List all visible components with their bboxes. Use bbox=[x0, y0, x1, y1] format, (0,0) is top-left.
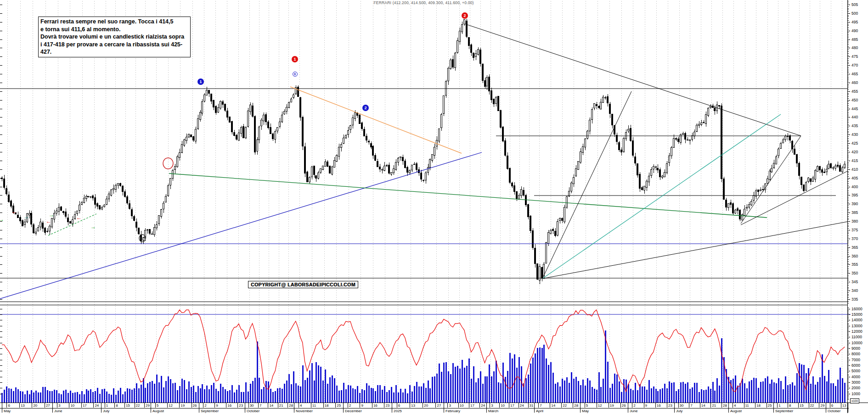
svg-text:25: 25 bbox=[768, 403, 772, 408]
svg-text:6: 6 bbox=[398, 403, 400, 408]
svg-text:12: 12 bbox=[169, 403, 173, 408]
svg-text:11000: 11000 bbox=[851, 335, 862, 339]
svg-text:24: 24 bbox=[481, 403, 485, 408]
svg-text:February: February bbox=[445, 409, 460, 413]
svg-text:December: December bbox=[345, 409, 362, 413]
svg-text:1: 1 bbox=[106, 403, 108, 408]
circled-number-marker: 1 bbox=[292, 56, 298, 62]
svg-text:2: 2 bbox=[633, 403, 636, 408]
svg-text:21: 21 bbox=[712, 403, 716, 408]
svg-text:17: 17 bbox=[510, 403, 514, 408]
svg-text:28: 28 bbox=[723, 403, 727, 408]
svg-text:20: 20 bbox=[33, 403, 37, 408]
svg-text:390: 390 bbox=[851, 201, 858, 206]
svg-text:13: 13 bbox=[411, 403, 415, 408]
svg-text:4: 4 bbox=[734, 403, 736, 408]
svg-text:490: 490 bbox=[851, 28, 858, 33]
svg-text:395: 395 bbox=[851, 193, 858, 197]
svg-text:→: → bbox=[90, 224, 96, 230]
svg-text:15: 15 bbox=[800, 403, 804, 408]
svg-text:September: September bbox=[201, 409, 219, 413]
svg-text:10: 10 bbox=[501, 403, 505, 408]
analysis-note: Ferrari resta sempre nel suo range. Tocc… bbox=[38, 17, 191, 57]
svg-text:420: 420 bbox=[851, 150, 858, 154]
svg-text:3: 3 bbox=[449, 403, 451, 408]
analysis-note-line: i 417-418 per provare a cercare la ribas… bbox=[40, 41, 188, 56]
svg-text:340: 340 bbox=[851, 288, 858, 293]
svg-text:16: 16 bbox=[227, 403, 231, 408]
svg-text:4000: 4000 bbox=[851, 375, 860, 379]
svg-text:12: 12 bbox=[598, 403, 602, 408]
svg-text:8: 8 bbox=[116, 403, 118, 408]
svg-text:9: 9 bbox=[361, 403, 363, 408]
svg-text:22: 22 bbox=[563, 403, 567, 408]
svg-text:25: 25 bbox=[337, 403, 341, 408]
svg-text:March: March bbox=[488, 409, 498, 413]
svg-text:405: 405 bbox=[851, 176, 858, 180]
copyright-label: COPYRIGHT@ LABORSADEIPICCOLI.COM bbox=[248, 281, 358, 288]
volume-unit-label: x100 bbox=[850, 398, 859, 403]
svg-text:27: 27 bbox=[46, 403, 50, 408]
svg-text:31: 31 bbox=[530, 403, 534, 408]
svg-text:September: September bbox=[775, 409, 793, 413]
analysis-note-line: Dovrà trovare volumi e un candlestick ri… bbox=[40, 33, 188, 41]
svg-text:14: 14 bbox=[701, 403, 705, 408]
svg-text:15: 15 bbox=[126, 403, 130, 408]
svg-text:August: August bbox=[730, 409, 742, 413]
svg-text:430: 430 bbox=[851, 132, 858, 137]
svg-text:8: 8 bbox=[789, 403, 791, 408]
svg-text:→: → bbox=[23, 213, 29, 220]
svg-text:16: 16 bbox=[373, 403, 378, 408]
svg-text:360: 360 bbox=[851, 254, 858, 258]
svg-text:6: 6 bbox=[831, 403, 834, 408]
svg-text:7000: 7000 bbox=[851, 358, 860, 362]
svg-text:June: June bbox=[54, 409, 62, 413]
svg-text:May: May bbox=[582, 409, 589, 413]
price-volume-chart: →←→←→←→335340345350355360365370375380385… bbox=[0, 0, 868, 414]
svg-text:26: 26 bbox=[622, 403, 626, 408]
svg-text:13: 13 bbox=[21, 403, 25, 408]
svg-text:345: 345 bbox=[851, 280, 858, 284]
svg-text:1000: 1000 bbox=[851, 392, 860, 396]
svg-text:5: 5 bbox=[586, 403, 588, 408]
svg-text:←: ← bbox=[76, 214, 82, 221]
svg-text:465: 465 bbox=[851, 72, 858, 76]
svg-text:22: 22 bbox=[810, 403, 814, 408]
svg-text:13000: 13000 bbox=[851, 324, 862, 328]
svg-text:8000: 8000 bbox=[851, 352, 860, 356]
circled-number-marker: 2 bbox=[462, 12, 468, 19]
analysis-note-line: Ferrari resta sempre nel suo range. Tocc… bbox=[40, 18, 188, 26]
svg-text:2025: 2025 bbox=[394, 409, 402, 413]
svg-text:26: 26 bbox=[193, 403, 197, 408]
svg-text:7: 7 bbox=[540, 403, 542, 408]
svg-text:←: ← bbox=[46, 218, 51, 224]
svg-text:460: 460 bbox=[851, 80, 858, 85]
svg-text:455: 455 bbox=[851, 89, 858, 94]
svg-text:October: October bbox=[247, 409, 260, 413]
svg-text:2000: 2000 bbox=[851, 386, 860, 390]
svg-text:May: May bbox=[4, 409, 11, 413]
svg-text:380: 380 bbox=[851, 219, 858, 224]
svg-text:9: 9 bbox=[645, 403, 648, 408]
chart-title: FERRARI (412.200, 414.500, 409.300, 411.… bbox=[0, 0, 847, 5]
svg-text:335: 335 bbox=[851, 297, 858, 302]
svg-text:24: 24 bbox=[520, 403, 524, 408]
circled-number-marker: 2 bbox=[362, 105, 369, 111]
svg-text:23: 23 bbox=[239, 403, 243, 408]
svg-text:19: 19 bbox=[610, 403, 614, 408]
svg-text:445: 445 bbox=[851, 106, 858, 111]
chart-window: →←→←→←→335340345350355360365370375380385… bbox=[0, 0, 868, 414]
svg-text:4: 4 bbox=[300, 403, 302, 408]
svg-text:June: June bbox=[630, 409, 638, 413]
svg-text:29: 29 bbox=[146, 403, 150, 408]
svg-text:28: 28 bbox=[574, 403, 578, 408]
svg-text:365: 365 bbox=[851, 245, 858, 250]
svg-text:11: 11 bbox=[312, 403, 316, 408]
svg-text:10: 10 bbox=[70, 403, 74, 408]
svg-text:13: 13 bbox=[842, 403, 846, 408]
svg-text:5000: 5000 bbox=[851, 369, 860, 373]
svg-text:27: 27 bbox=[437, 403, 441, 408]
svg-text:17: 17 bbox=[83, 403, 87, 408]
svg-text:29: 29 bbox=[820, 403, 824, 408]
svg-text:475: 475 bbox=[851, 54, 858, 59]
